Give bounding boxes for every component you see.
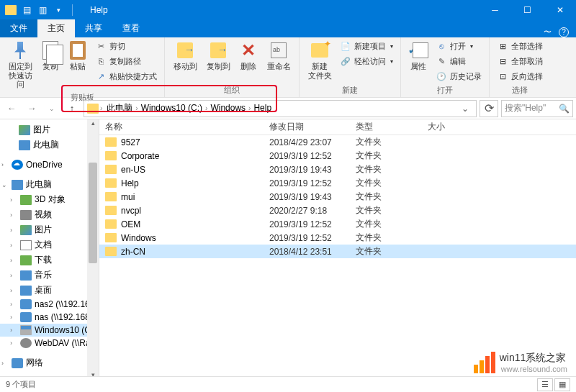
chevron-icon[interactable]: ›	[10, 339, 17, 347]
scroll-up-icon[interactable]: ▴	[87, 119, 99, 127]
chevron-icon[interactable]: ›	[10, 327, 17, 334]
file-row[interactable]: Windows2019/3/19 12:52文件夹	[99, 231, 576, 245]
cut-button[interactable]: ✂剪切	[92, 39, 160, 53]
invert-selection-button[interactable]: ⊡反向选择	[494, 69, 546, 83]
qat-properties-icon[interactable]: ▤	[20, 4, 33, 17]
nav-item[interactable]: ›WebDAV (\\Rai	[0, 337, 99, 350]
pin-to-quick-access-button[interactable]: 固定到 快速访问	[4, 39, 36, 91]
nav-item[interactable]: ›桌面	[0, 283, 99, 298]
nav-item[interactable]: ›网络	[0, 355, 99, 370]
nav-item[interactable]: 此电脑	[0, 137, 99, 152]
nav-item[interactable]: ›OneDrive	[0, 158, 99, 171]
col-header-type[interactable]: 类型	[350, 121, 422, 133]
breadcrumb-segment[interactable]: Help	[251, 103, 274, 113]
qat-customize-icon[interactable]: ▾	[52, 4, 65, 17]
nav-item[interactable]: ›下载	[0, 252, 99, 268]
nav-back-button[interactable]: ←	[3, 100, 20, 117]
close-button[interactable]: ✕	[544, 0, 576, 20]
nav-scrollbar[interactable]: ▴ ▾	[87, 119, 99, 378]
file-row[interactable]: zh-CN2018/4/12 23:51文件夹	[99, 245, 576, 258]
file-row[interactable]: Corporate2019/3/19 12:52文件夹	[99, 149, 576, 163]
file-row[interactable]: OEM2019/3/19 12:52文件夹	[99, 217, 576, 231]
paste-button[interactable]: 粘贴	[65, 39, 91, 73]
file-row[interactable]: mui2019/3/19 19:43文件夹	[99, 190, 576, 204]
col-header-size[interactable]: 大小	[422, 121, 480, 133]
chevron-icon[interactable]: ›	[10, 287, 17, 294]
chevron-icon[interactable]: ›	[10, 242, 17, 249]
chevron-icon[interactable]: ›	[10, 211, 17, 219]
new-folder-button[interactable]: 新建 文件夹	[304, 39, 336, 81]
nav-recent-button[interactable]: ⌄	[43, 100, 60, 117]
address-dropdown-icon[interactable]: ⌄	[457, 104, 473, 114]
nav-item[interactable]: ›音乐	[0, 268, 99, 283]
breadcrumb-segment[interactable]: 此电脑	[104, 103, 135, 113]
chevron-icon[interactable]: ⌄	[1, 181, 9, 188]
copy-path-button[interactable]: ⎘复制路径	[92, 54, 160, 68]
minimize-button[interactable]: ─	[479, 0, 511, 20]
folder-app-icon	[4, 4, 17, 17]
watermark-logo-icon	[474, 352, 495, 373]
file-name: 9527	[121, 137, 140, 147]
nav-up-button[interactable]: ↑	[63, 100, 81, 117]
properties-button[interactable]: ✔属性	[405, 39, 431, 73]
breadcrumb-sep[interactable]: ›	[100, 104, 102, 112]
tab-view[interactable]: 查看	[112, 19, 150, 37]
chevron-icon[interactable]: ›	[10, 272, 17, 279]
refresh-button[interactable]: ⟳	[480, 100, 498, 117]
breadcrumb-segment[interactable]: Windows	[207, 103, 248, 113]
easy-access-button[interactable]: 🔗轻松访问▾	[337, 54, 396, 68]
tab-share[interactable]: 共享	[75, 19, 112, 37]
maximize-button[interactable]: ☐	[511, 0, 544, 20]
copy-button[interactable]: 复制	[37, 39, 63, 73]
nav-forward-button[interactable]: →	[23, 100, 40, 117]
edit-button[interactable]: ✎编辑	[433, 54, 485, 68]
new-folder-icon	[310, 40, 330, 60]
folder-icon	[105, 151, 117, 160]
delete-button[interactable]: ✕删除	[235, 39, 261, 73]
nav-item[interactable]: ›nas2 (\\192.168	[0, 298, 99, 311]
qat-new-folder-icon[interactable]: ▥	[36, 4, 49, 17]
nav-item[interactable]: ›图片	[0, 222, 99, 237]
search-input[interactable]: 搜索"Help" 🔍	[501, 100, 573, 117]
file-row[interactable]: nvcpl2020/2/27 9:18文件夹	[99, 204, 576, 217]
nav-item[interactable]: ›文档	[0, 237, 99, 252]
open-button[interactable]: ⎋打开▾	[433, 39, 485, 53]
nav-item[interactable]: ›Windows10 (C:	[0, 324, 99, 337]
chevron-icon[interactable]: ›	[10, 301, 17, 308]
select-none-button[interactable]: ⊟全部取消	[494, 54, 546, 68]
view-details-button[interactable]: ☰	[537, 378, 553, 391]
nav-item[interactable]: ›视频	[0, 207, 99, 222]
new-item-button[interactable]: 📄新建项目▾	[337, 39, 396, 53]
chevron-icon[interactable]: ›	[10, 227, 17, 234]
breadcrumb-segment[interactable]: Windows10 (C:)	[138, 103, 205, 113]
chevron-icon[interactable]: ›	[1, 161, 9, 168]
file-row[interactable]: en-US2019/3/19 19:43文件夹	[99, 163, 576, 176]
address-bar[interactable]: › 此电脑›Windows10 (C:)›Windows›Help ⌄	[84, 100, 477, 117]
chevron-icon[interactable]: ›	[10, 257, 17, 264]
file-row[interactable]: Help2019/3/19 12:52文件夹	[99, 176, 576, 190]
col-header-date[interactable]: 修改日期	[264, 121, 350, 133]
file-name: Help	[121, 178, 139, 188]
tab-home[interactable]: 主页	[37, 19, 75, 37]
nav-item[interactable]: 图片	[0, 122, 99, 137]
nav-item[interactable]: ›3D 对象	[0, 192, 99, 207]
navigation-pane: 图片此电脑›OneDrive⌄此电脑›3D 对象›视频›图片›文档›下载›音乐›…	[0, 119, 99, 378]
paste-shortcut-button[interactable]: ↗粘贴快捷方式	[92, 69, 160, 83]
file-row[interactable]: 95272018/4/29 23:07文件夹	[99, 135, 576, 149]
help-icon[interactable]: ?	[559, 27, 569, 37]
nav-item[interactable]: ⌄此电脑	[0, 177, 99, 192]
history-button[interactable]: 🕑历史记录	[433, 69, 485, 83]
nav-scrollbar-thumb[interactable]	[89, 163, 97, 263]
ribbon-collapse-icon[interactable]: 〜	[544, 27, 552, 37]
chevron-icon[interactable]: ›	[10, 196, 17, 204]
nav-item[interactable]: ›nas (\\192.168.	[0, 311, 99, 324]
select-all-button[interactable]: ⊞全部选择	[494, 39, 546, 53]
view-icons-button[interactable]: ▦	[554, 378, 570, 391]
chevron-icon[interactable]: ›	[10, 314, 17, 321]
col-header-name[interactable]: 名称	[99, 121, 264, 133]
move-to-button[interactable]: 移动到	[169, 39, 201, 73]
chevron-icon[interactable]: ›	[1, 360, 9, 367]
copy-to-button[interactable]: 复制到	[202, 39, 234, 73]
rename-button[interactable]: 重命名	[263, 39, 294, 73]
tab-file[interactable]: 文件	[0, 19, 37, 37]
